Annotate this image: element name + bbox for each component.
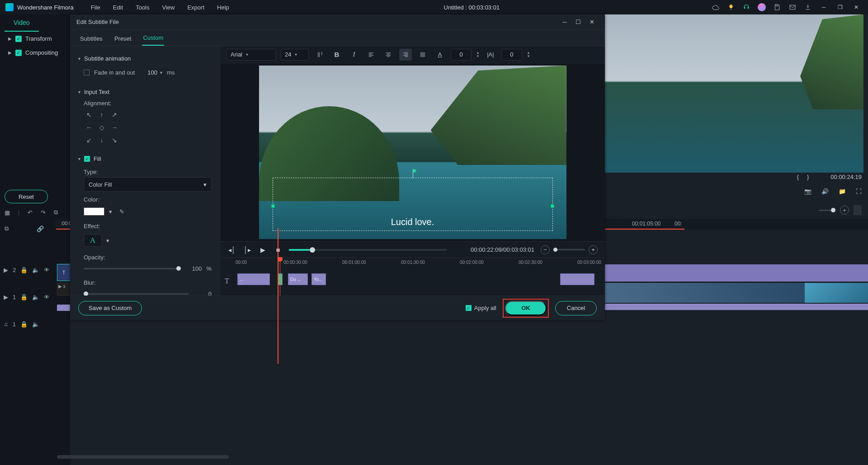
section-subtitle-animation[interactable]: Subtitle animation: [78, 53, 212, 64]
ok-button[interactable]: OK: [505, 301, 547, 315]
menu-view[interactable]: View: [157, 2, 179, 13]
cancel-button[interactable]: Cancel: [555, 301, 597, 315]
section-fill[interactable]: ✓ Fill: [78, 154, 212, 164]
prev-frame-button[interactable]: ◂│: [227, 246, 236, 254]
video-preview[interactable]: Lucid love.: [259, 66, 566, 239]
camera-icon[interactable]: 📷: [804, 188, 811, 195]
mute-icon[interactable]: 🔈: [32, 267, 39, 273]
bg-track-text[interactable]: [605, 264, 868, 282]
bg-track-video[interactable]: [605, 283, 868, 303]
duplicate-icon[interactable]: ⧉: [5, 225, 9, 232]
modal-minimize[interactable]: ─: [558, 19, 571, 25]
modal-maximize[interactable]: ☐: [571, 19, 585, 25]
window-minimize[interactable]: ─: [817, 4, 830, 10]
redo-icon[interactable]: ↷: [41, 209, 46, 216]
align-left[interactable]: ←: [84, 122, 94, 133]
brace-left-icon[interactable]: {: [797, 174, 799, 180]
align-right-button[interactable]: [399, 49, 412, 61]
fit-icon[interactable]: [854, 205, 862, 215]
sidebar-item-transform[interactable]: ▶ ✓ Transform: [0, 32, 70, 46]
line-spacing-stepper[interactable]: ▲▼: [476, 51, 480, 58]
section-input-text[interactable]: Input Text: [78, 87, 212, 97]
bg-video-clip[interactable]: ▶ s: [57, 283, 71, 296]
tab-custom[interactable]: Custom: [142, 31, 164, 46]
align-bottom-right[interactable]: ↘: [109, 135, 120, 146]
undo-icon[interactable]: ↶: [28, 209, 33, 216]
bg-audio-clip[interactable]: [57, 305, 71, 311]
zoom-in-button[interactable]: +: [589, 245, 598, 254]
mute-icon[interactable]: 🔈: [32, 321, 39, 328]
blur-slider[interactable]: [84, 293, 189, 295]
align-left-button[interactable]: [365, 49, 377, 61]
fill-type-dropdown[interactable]: Color Fill ▾: [84, 177, 212, 192]
eye-icon[interactable]: 👁: [44, 267, 50, 273]
menu-file[interactable]: File: [86, 2, 105, 13]
crop-icon[interactable]: ⧉: [54, 209, 58, 216]
align-center-button[interactable]: [382, 49, 395, 61]
bg-track-audio-wave[interactable]: [605, 304, 868, 310]
fullscreen-icon[interactable]: ⛶: [856, 188, 862, 195]
subtitle-clip-1[interactable]: ...: [237, 273, 270, 285]
save-as-custom-button[interactable]: Save as Custom: [78, 301, 142, 315]
align-bottom[interactable]: ↓: [96, 135, 107, 146]
brace-right-icon[interactable]: }: [807, 174, 809, 180]
grid-icon[interactable]: ▦: [5, 209, 10, 216]
eye-icon[interactable]: 👁: [44, 294, 50, 301]
chevron-down-icon[interactable]: ▾: [106, 237, 109, 244]
bg-text-clip-selected[interactable]: T: [57, 264, 71, 281]
eyedropper-icon[interactable]: ✎: [119, 208, 124, 215]
text-color-button[interactable]: A: [434, 49, 446, 61]
line-spacing-input[interactable]: 0: [451, 49, 472, 61]
zoom-out-button[interactable]: −: [541, 245, 550, 254]
align-bottom-left[interactable]: ↙: [84, 135, 94, 146]
lock-icon[interactable]: 🔒: [20, 321, 28, 328]
italic-button[interactable]: I: [348, 49, 360, 61]
align-center[interactable]: ◇: [96, 122, 107, 133]
apply-all-checkbox[interactable]: ✓ Apply all: [466, 305, 496, 311]
seek-slider[interactable]: [289, 249, 447, 251]
lock-icon[interactable]: 🔒: [20, 267, 28, 273]
fade-value-select[interactable]: 100 ▾: [147, 69, 162, 76]
vertical-text-icon[interactable]: [313, 49, 326, 61]
checkbox-icon[interactable]: ✓: [15, 36, 22, 42]
download-icon[interactable]: [802, 4, 814, 11]
lock-icon[interactable]: 🔒: [20, 294, 28, 301]
color-swatch[interactable]: [84, 207, 104, 216]
tab-preset[interactable]: Preset: [113, 32, 132, 46]
mail-icon[interactable]: [787, 4, 798, 11]
font-dropdown[interactable]: Arial▾: [226, 49, 276, 61]
size-dropdown[interactable]: 24▾: [281, 49, 309, 61]
subtitle-playhead[interactable]: [280, 258, 280, 296]
menu-edit[interactable]: Edit: [108, 2, 127, 13]
align-top-right[interactable]: ↗: [109, 109, 120, 120]
char-spacing-icon[interactable]: |A|: [484, 49, 497, 61]
reset-button[interactable]: Reset: [5, 190, 48, 203]
avatar-icon[interactable]: [756, 3, 768, 11]
checkbox-icon[interactable]: ✓: [15, 50, 22, 56]
menu-tools[interactable]: Tools: [131, 2, 154, 13]
window-maximize[interactable]: ❐: [834, 4, 846, 10]
opacity-slider[interactable]: [84, 268, 179, 269]
menu-export[interactable]: Export: [183, 2, 209, 13]
zoom-slider[interactable]: [553, 249, 585, 250]
sidebar-item-compositing[interactable]: ▶ ✓ Compositing: [0, 46, 70, 60]
align-justify-button[interactable]: [416, 49, 429, 61]
link-icon[interactable]: 🔗: [37, 225, 44, 232]
effect-preview[interactable]: A: [84, 234, 102, 247]
align-right[interactable]: →: [109, 122, 120, 133]
sidebar-tab-video[interactable]: Video: [5, 14, 39, 32]
save-icon[interactable]: [771, 4, 783, 11]
chevron-down-icon[interactable]: ▾: [109, 208, 112, 215]
subtitle-clip-sel[interactable]: [278, 273, 283, 285]
char-spacing-stepper[interactable]: ▲▼: [527, 51, 530, 58]
zoom-in-icon[interactable]: +: [840, 206, 849, 215]
fade-checkbox[interactable]: [84, 70, 90, 75]
next-frame-button[interactable]: │▸: [243, 246, 252, 254]
align-top[interactable]: ↑: [96, 109, 107, 120]
headset-icon[interactable]: [741, 4, 752, 11]
subtitle-text[interactable]: Lucid love.: [259, 217, 566, 227]
lightbulb-icon[interactable]: [725, 4, 737, 11]
main-playhead[interactable]: [278, 228, 278, 364]
menu-help[interactable]: Help: [212, 2, 234, 13]
fill-checkbox[interactable]: ✓: [84, 156, 90, 162]
